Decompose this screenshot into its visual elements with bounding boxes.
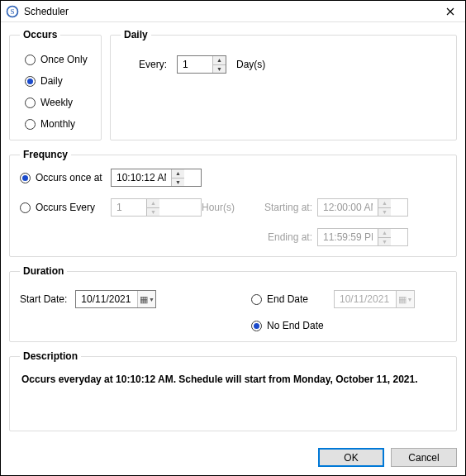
- spinner-up[interactable]: ▲: [213, 56, 226, 65]
- description-group: Description Occurs everyday at 10:10:12 …: [9, 350, 457, 431]
- occurs-option-once-only[interactable]: Once Only: [25, 54, 91, 65]
- spinner-down[interactable]: ▼: [378, 238, 391, 246]
- description-text: Occurs everyday at 10:10:12 AM. Schedule…: [20, 370, 446, 388]
- svg-text:S: S: [10, 7, 14, 16]
- ending-at-label: Ending at:: [259, 231, 317, 243]
- occurs-option-daily[interactable]: Daily: [25, 75, 91, 87]
- occurs-every-input[interactable]: [112, 199, 146, 216]
- spinner-down[interactable]: ▼: [147, 208, 159, 217]
- radio-icon: [20, 202, 31, 213]
- scheduler-window: S Scheduler Occurs Once Only Daily: [0, 0, 466, 476]
- radio-icon: [20, 173, 31, 183]
- occurs-every-spinner[interactable]: ▲ ▼: [111, 198, 202, 217]
- end-date-picker[interactable]: ▦▼: [334, 290, 415, 308]
- occurs-option-label: Weekly: [40, 97, 73, 108]
- radio-icon: [25, 55, 36, 65]
- spinner-down[interactable]: ▼: [213, 65, 226, 74]
- no-end-date-label: No End Date: [267, 320, 324, 331]
- calendar-icon: ▦: [398, 295, 407, 304]
- radio-icon: [25, 119, 36, 130]
- occurs-option-label: Once Only: [40, 54, 88, 65]
- spinner-up[interactable]: ▲: [378, 199, 391, 208]
- occurs-group: Occurs Once Only Daily Weekly: [9, 29, 102, 140]
- radio-icon: [251, 294, 262, 305]
- occurs-option-label: Daily: [40, 75, 63, 87]
- chevron-down-icon: ▼: [149, 297, 155, 302]
- window-title: Scheduler: [24, 6, 440, 17]
- radio-icon: [25, 98, 36, 108]
- occurs-legend: Occurs: [20, 29, 60, 40]
- duration-legend: Duration: [20, 265, 67, 277]
- days-unit-label: Day(s): [236, 59, 265, 70]
- content-area: Occurs Once Only Daily Weekly: [1, 22, 465, 448]
- hours-unit-label: Hour(s): [202, 202, 259, 213]
- daily-group: Daily Every: ▲ ▼ Day(s): [110, 29, 457, 140]
- freq-option-once[interactable]: Occurs once at: [20, 172, 111, 183]
- every-days-input[interactable]: [178, 56, 212, 73]
- starting-at-input[interactable]: [318, 199, 378, 216]
- occurs-option-monthly[interactable]: Monthly: [25, 118, 91, 130]
- calendar-dropdown-button[interactable]: ▦▼: [137, 291, 155, 307]
- ending-at-input[interactable]: [318, 229, 378, 245]
- start-date-label: Start Date:: [20, 293, 67, 305]
- radio-icon: [251, 321, 262, 331]
- ok-button[interactable]: OK: [318, 448, 384, 467]
- app-icon: S: [6, 5, 19, 18]
- spinner-up[interactable]: ▲: [172, 169, 184, 178]
- occurs-once-time-spinner[interactable]: ▲ ▼: [111, 169, 202, 187]
- chevron-down-icon: ▼: [407, 297, 413, 302]
- radio-icon: [25, 76, 36, 87]
- freq-option-label: Occurs Every: [36, 202, 95, 213]
- frequency-legend: Frequncy: [20, 149, 71, 160]
- close-icon: [446, 7, 454, 16]
- freq-option-label: Occurs once at: [36, 172, 102, 183]
- calendar-dropdown-button[interactable]: ▦▼: [396, 291, 414, 307]
- occurs-option-weekly[interactable]: Weekly: [25, 97, 91, 108]
- spinner-up[interactable]: ▲: [378, 229, 391, 238]
- description-legend: Description: [20, 350, 81, 362]
- calendar-icon: ▦: [140, 295, 148, 304]
- daily-legend: Daily: [121, 29, 151, 40]
- start-date-input[interactable]: [76, 293, 137, 305]
- spinner-up[interactable]: ▲: [147, 199, 159, 208]
- freq-option-every[interactable]: Occurs Every: [20, 202, 111, 213]
- close-button[interactable]: [440, 3, 460, 20]
- spinner-down[interactable]: ▼: [378, 208, 391, 217]
- spinner-down[interactable]: ▼: [172, 178, 184, 187]
- cancel-button[interactable]: Cancel: [391, 448, 457, 467]
- end-date-label: End Date: [267, 293, 308, 305]
- titlebar: S Scheduler: [1, 1, 465, 22]
- starting-at-spinner[interactable]: ▲ ▼: [317, 198, 408, 217]
- starting-at-label: Starting at:: [259, 202, 317, 213]
- occurs-option-label: Monthly: [40, 118, 75, 130]
- dialog-buttons: OK Cancel: [318, 448, 457, 467]
- frequency-group: Frequncy Occurs once at ▲ ▼ Occurs Ever: [9, 149, 457, 257]
- ending-at-spinner[interactable]: ▲ ▼: [317, 228, 408, 246]
- no-end-date-option[interactable]: No End Date: [251, 320, 324, 331]
- every-label: Every:: [139, 59, 167, 70]
- duration-group: Duration Start Date: ▦▼ End: [9, 265, 457, 342]
- occurs-once-time-input[interactable]: [112, 169, 171, 186]
- end-date-option[interactable]: End Date: [251, 293, 326, 305]
- start-date-picker[interactable]: ▦▼: [75, 290, 156, 308]
- every-days-spinner[interactable]: ▲ ▼: [177, 55, 226, 74]
- end-date-input[interactable]: [335, 293, 396, 305]
